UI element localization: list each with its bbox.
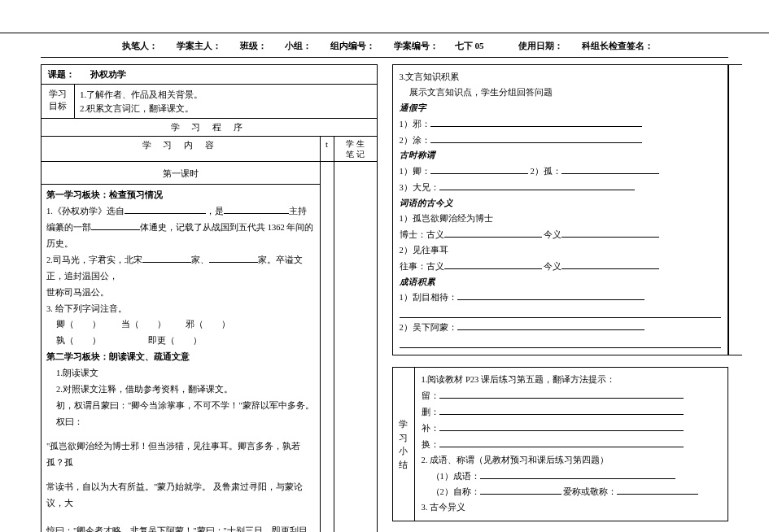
subhead-content: 学 习 内 容 <box>42 137 321 161</box>
head-chengwei: 古时称谓 <box>400 148 722 164</box>
left-panel: 课题： 孙权劝学 学习 目标 1.了解作者、作品及相关背景。 2.积累文言词汇，… <box>41 64 378 532</box>
author-label: 执笔人： <box>122 41 158 50</box>
body-notes-col <box>334 162 377 532</box>
summary-content: 1.阅读教材 P23 课后练习第五题，翻译方法提示： 留： 删： 补： 换： 2… <box>415 368 728 521</box>
body-content: 第一课时 第一学习板块：检查预习情况 1.《孙权劝学》选自，是主持 编纂的一部体… <box>42 162 321 532</box>
lesson-title: 第一课时 <box>42 164 320 185</box>
header-fields: 执笔人： 学案主人： 班级： 小组： 组内编号： 学案编号：七下 05 使用日期… <box>0 33 769 57</box>
goal-label: 学习 目标 <box>42 85 75 118</box>
body-t-col <box>321 162 334 532</box>
plan-no: 学案编号：七下 05 <box>394 41 503 50</box>
topic-row: 课题： 孙权劝学 <box>42 65 377 85</box>
class-label: 班级： <box>240 41 267 50</box>
summary-label: 学 习 小 结 <box>393 368 415 521</box>
topic-label: 课题： <box>48 69 75 79</box>
head-chengyu: 成语积累 <box>400 275 722 290</box>
use-date-label: 使用日期： <box>518 41 563 50</box>
leader-sign-label: 科组长检查签名： <box>582 41 653 50</box>
group-label: 小组： <box>285 41 312 50</box>
right-top-panel: 3.文言知识积累 展示文言知识点，学生分组回答问题 通假字 1）邪： 2）涂： … <box>392 64 729 355</box>
head-tongjia: 通假字 <box>400 101 722 116</box>
right-bottom-panel: 学 习 小 结 1.阅读教材 P23 课后练习第五题，翻译方法提示： 留： 删：… <box>392 367 729 521</box>
procedure-title: 学 习 程 序 <box>42 119 377 137</box>
owner-label: 学案主人： <box>177 41 221 50</box>
block2-title: 第二学习板块：朗读课文、疏通文意 <box>46 349 315 365</box>
block1-title: 第一学习板块：检查预习情况 <box>46 187 315 203</box>
head-gujin: 词语的古今义 <box>400 196 722 211</box>
right-side-stub <box>728 64 742 355</box>
group-no-label: 组内编号： <box>330 41 375 50</box>
subhead-notes: 学 生笔 记 <box>334 137 377 161</box>
subhead-t: t <box>321 137 334 161</box>
topic-title: 孙权劝学 <box>90 69 126 79</box>
goal-content: 1.了解作者、作品及相关背景。 2.积累文言词汇，翻译课文。 <box>75 85 377 118</box>
